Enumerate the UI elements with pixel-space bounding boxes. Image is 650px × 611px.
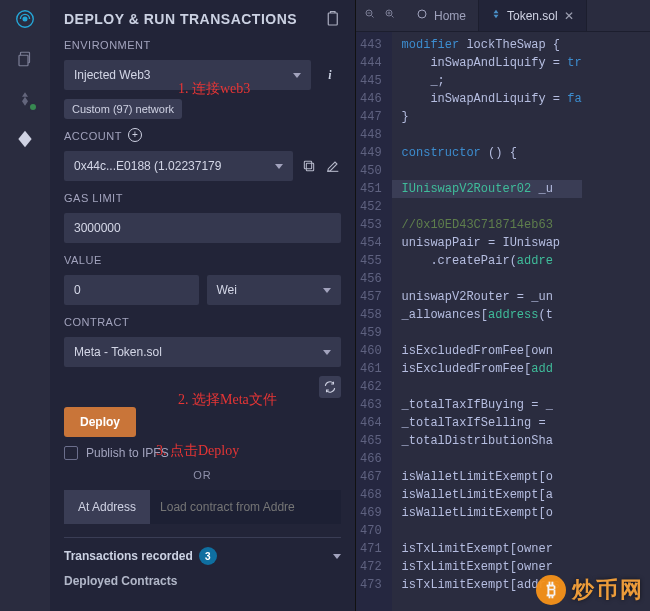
svg-rect-3	[19, 55, 28, 66]
or-divider: OR	[64, 469, 341, 481]
svg-rect-4	[328, 13, 337, 25]
value-unit-select[interactable]: Wei	[207, 275, 342, 305]
contract-select[interactable]: Meta - Token.sol	[64, 337, 341, 367]
chevron-down-icon	[323, 350, 331, 355]
editor-tabbar: Home Token.sol ✕	[356, 0, 650, 32]
svg-rect-6	[304, 161, 311, 168]
code-content[interactable]: modifier lockTheSwap { inSwapAndLiquify …	[392, 32, 582, 611]
clipboard-icon[interactable]	[323, 10, 341, 28]
svg-rect-5	[306, 163, 313, 170]
value-label: VALUE	[64, 254, 341, 266]
compile-success-badge	[28, 102, 38, 112]
deploy-run-panel: DEPLOY & RUN TRANSACTIONS ENVIRONMENT In…	[50, 0, 356, 611]
deployed-contracts-row[interactable]: Deployed Contracts	[64, 574, 341, 588]
copy-account-icon[interactable]	[301, 158, 317, 174]
activity-bar	[0, 0, 50, 611]
chevron-down-icon	[293, 73, 301, 78]
gas-limit-input[interactable]	[64, 213, 341, 243]
edit-account-icon[interactable]	[325, 158, 341, 174]
deploy-button[interactable]: Deploy	[64, 407, 136, 437]
remix-logo-icon[interactable]	[14, 8, 36, 30]
file-explorer-icon[interactable]	[14, 48, 36, 70]
solidity-file-icon	[491, 8, 501, 23]
publish-ipfs-checkbox[interactable]: Publish to IPFS	[64, 446, 341, 460]
at-address-input[interactable]	[150, 490, 341, 524]
chevron-down-icon	[323, 288, 331, 293]
bitcoin-icon: ₿	[536, 575, 566, 605]
chevron-down-icon	[275, 164, 283, 169]
chevron-down-icon	[333, 554, 341, 559]
at-address-button[interactable]: At Address	[64, 490, 150, 524]
environment-select[interactable]: Injected Web3	[64, 60, 311, 90]
add-account-icon[interactable]: +	[128, 128, 142, 142]
deploy-run-icon[interactable]	[14, 128, 36, 150]
close-tab-icon[interactable]: ✕	[564, 9, 574, 23]
panel-title: DEPLOY & RUN TRANSACTIONS	[64, 11, 297, 27]
value-amount-input[interactable]	[64, 275, 199, 305]
watermark: ₿ 炒币网	[536, 575, 644, 605]
contract-sync-icon[interactable]	[319, 376, 341, 398]
svg-point-9	[418, 10, 426, 18]
line-number-gutter: 4434444454464474484494504514524534544554…	[356, 32, 392, 611]
zoom-out-icon[interactable]	[364, 8, 376, 23]
tab-token-sol[interactable]: Token.sol ✕	[479, 0, 587, 31]
gas-limit-label: GAS LIMIT	[64, 192, 341, 204]
account-label: ACCOUNT	[64, 130, 122, 142]
svg-point-1	[23, 17, 27, 21]
environment-info-icon[interactable]: i	[319, 64, 341, 86]
divider	[64, 537, 341, 538]
tx-count-badge: 3	[199, 547, 217, 565]
account-select[interactable]: 0x44c...E0188 (1.02237179	[64, 151, 293, 181]
contract-label: CONTRACT	[64, 316, 341, 328]
home-icon	[416, 8, 428, 23]
transactions-recorded-row[interactable]: Transactions recorded 3	[64, 547, 341, 565]
environment-label: ENVIRONMENT	[64, 39, 341, 51]
solidity-compiler-icon[interactable]	[14, 88, 36, 110]
zoom-in-icon[interactable]	[384, 8, 396, 23]
network-badge: Custom (97) network	[64, 99, 182, 119]
tab-home[interactable]: Home	[404, 0, 479, 31]
editor-pane: Home Token.sol ✕ 44344444544644744844945…	[356, 0, 650, 611]
checkbox-empty-icon	[64, 446, 78, 460]
